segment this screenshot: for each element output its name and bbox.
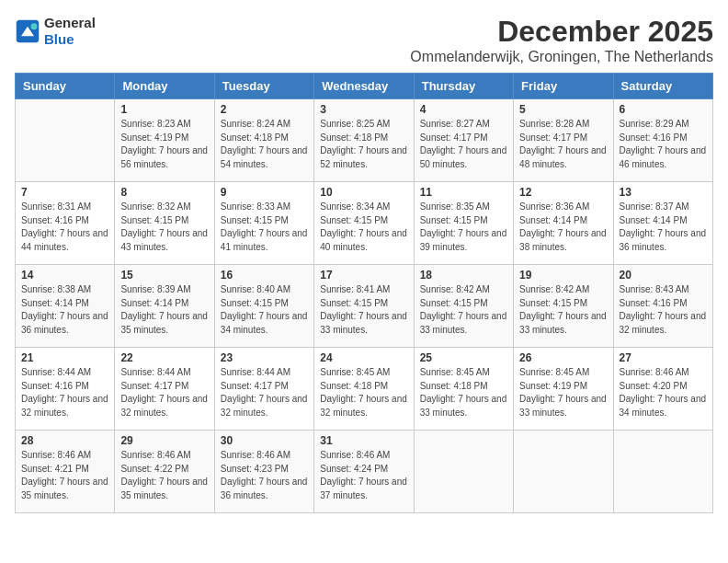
day-number: 14 <box>21 269 108 282</box>
day-info: Sunrise: 8:29 AMSunset: 4:16 PMDaylight:… <box>620 118 707 171</box>
day-info: Sunrise: 8:45 AMSunset: 4:19 PMDaylight:… <box>519 366 607 419</box>
calendar-cell: 18Sunrise: 8:42 AMSunset: 4:15 PMDayligh… <box>414 265 513 348</box>
calendar-cell: 21Sunrise: 8:44 AMSunset: 4:16 PMDayligh… <box>16 348 115 431</box>
day-number: 3 <box>320 103 407 116</box>
day-number: 13 <box>620 186 707 199</box>
day-number: 7 <box>21 186 108 199</box>
day-info: Sunrise: 8:45 AMSunset: 4:18 PMDaylight:… <box>320 366 407 419</box>
calendar-cell: 27Sunrise: 8:46 AMSunset: 4:20 PMDayligh… <box>613 348 712 431</box>
day-info: Sunrise: 8:28 AMSunset: 4:17 PMDaylight:… <box>519 118 607 171</box>
day-number: 28 <box>21 434 108 447</box>
day-number: 18 <box>420 269 507 282</box>
calendar-cell: 9Sunrise: 8:33 AMSunset: 4:15 PMDaylight… <box>214 182 313 265</box>
day-number: 20 <box>620 269 707 282</box>
page-header: General Blue December 2025 Ommelanderwij… <box>15 15 713 65</box>
day-info: Sunrise: 8:35 AMSunset: 4:15 PMDaylight:… <box>420 201 507 254</box>
column-header-tuesday: Tuesday <box>214 74 313 99</box>
calendar-cell: 4Sunrise: 8:27 AMSunset: 4:17 PMDaylight… <box>414 99 513 182</box>
day-info: Sunrise: 8:44 AMSunset: 4:17 PMDaylight:… <box>221 366 308 419</box>
calendar-week-2: 7Sunrise: 8:31 AMSunset: 4:16 PMDaylight… <box>16 182 713 265</box>
calendar-cell: 6Sunrise: 8:29 AMSunset: 4:16 PMDaylight… <box>613 99 712 182</box>
day-info: Sunrise: 8:24 AMSunset: 4:18 PMDaylight:… <box>221 118 308 171</box>
day-number: 8 <box>120 186 208 199</box>
calendar-cell: 12Sunrise: 8:36 AMSunset: 4:14 PMDayligh… <box>514 182 613 265</box>
day-number: 16 <box>221 269 308 282</box>
calendar-cell: 26Sunrise: 8:45 AMSunset: 4:19 PMDayligh… <box>514 348 613 431</box>
day-number: 9 <box>221 186 308 199</box>
title-block: December 2025 Ommelanderwijk, Groningen,… <box>410 15 713 65</box>
day-info: Sunrise: 8:39 AMSunset: 4:14 PMDaylight:… <box>120 283 208 337</box>
day-number: 2 <box>221 103 308 116</box>
month-title: December 2025 <box>410 15 713 49</box>
calendar-cell <box>514 431 613 513</box>
day-number: 23 <box>221 351 308 364</box>
calendar-table: SundayMondayTuesdayWednesdayThursdayFrid… <box>15 73 713 513</box>
day-info: Sunrise: 8:46 AMSunset: 4:24 PMDaylight:… <box>320 449 407 502</box>
day-number: 12 <box>519 186 607 199</box>
calendar-cell: 15Sunrise: 8:39 AMSunset: 4:14 PMDayligh… <box>115 265 214 348</box>
day-number: 1 <box>120 103 208 116</box>
logo: General Blue <box>15 15 96 48</box>
calendar-cell: 24Sunrise: 8:45 AMSunset: 4:18 PMDayligh… <box>314 348 414 431</box>
calendar-cell: 1Sunrise: 8:23 AMSunset: 4:19 PMDaylight… <box>115 99 214 182</box>
day-info: Sunrise: 8:38 AMSunset: 4:14 PMDaylight:… <box>21 283 108 337</box>
day-number: 6 <box>620 103 707 116</box>
logo-icon <box>15 18 40 44</box>
calendar-cell: 7Sunrise: 8:31 AMSunset: 4:16 PMDaylight… <box>16 182 115 265</box>
day-info: Sunrise: 8:25 AMSunset: 4:18 PMDaylight:… <box>320 118 407 171</box>
calendar-cell: 10Sunrise: 8:34 AMSunset: 4:15 PMDayligh… <box>314 182 414 265</box>
day-info: Sunrise: 8:40 AMSunset: 4:15 PMDaylight:… <box>221 283 308 337</box>
day-info: Sunrise: 8:46 AMSunset: 4:22 PMDaylight:… <box>120 449 208 502</box>
day-info: Sunrise: 8:31 AMSunset: 4:16 PMDaylight:… <box>21 201 108 254</box>
calendar-cell: 31Sunrise: 8:46 AMSunset: 4:24 PMDayligh… <box>314 431 414 513</box>
day-number: 19 <box>519 269 607 282</box>
day-number: 17 <box>320 269 407 282</box>
day-number: 15 <box>120 269 208 282</box>
location-title: Ommelanderwijk, Groningen, The Netherlan… <box>410 49 713 65</box>
day-number: 31 <box>320 434 407 447</box>
calendar-cell: 2Sunrise: 8:24 AMSunset: 4:18 PMDaylight… <box>214 99 313 182</box>
calendar-cell: 3Sunrise: 8:25 AMSunset: 4:18 PMDaylight… <box>314 99 414 182</box>
day-info: Sunrise: 8:34 AMSunset: 4:15 PMDaylight:… <box>320 201 407 254</box>
calendar-week-1: 1Sunrise: 8:23 AMSunset: 4:19 PMDaylight… <box>16 99 713 182</box>
column-header-sunday: Sunday <box>16 74 115 99</box>
column-header-saturday: Saturday <box>613 74 712 99</box>
day-number: 22 <box>120 351 208 364</box>
day-info: Sunrise: 8:46 AMSunset: 4:20 PMDaylight:… <box>620 366 707 419</box>
calendar-week-4: 21Sunrise: 8:44 AMSunset: 4:16 PMDayligh… <box>16 348 713 431</box>
calendar-cell: 28Sunrise: 8:46 AMSunset: 4:21 PMDayligh… <box>16 431 115 513</box>
day-number: 4 <box>420 103 507 116</box>
calendar-cell: 23Sunrise: 8:44 AMSunset: 4:17 PMDayligh… <box>214 348 313 431</box>
calendar-cell: 5Sunrise: 8:28 AMSunset: 4:17 PMDaylight… <box>514 99 613 182</box>
calendar-cell: 11Sunrise: 8:35 AMSunset: 4:15 PMDayligh… <box>414 182 513 265</box>
day-number: 29 <box>120 434 208 447</box>
day-info: Sunrise: 8:23 AMSunset: 4:19 PMDaylight:… <box>120 118 208 171</box>
calendar-cell: 25Sunrise: 8:45 AMSunset: 4:18 PMDayligh… <box>414 348 513 431</box>
calendar-cell <box>613 431 712 513</box>
calendar-week-3: 14Sunrise: 8:38 AMSunset: 4:14 PMDayligh… <box>16 265 713 348</box>
calendar-week-5: 28Sunrise: 8:46 AMSunset: 4:21 PMDayligh… <box>16 431 713 513</box>
day-info: Sunrise: 8:46 AMSunset: 4:23 PMDaylight:… <box>221 449 308 502</box>
calendar-cell: 16Sunrise: 8:40 AMSunset: 4:15 PMDayligh… <box>214 265 313 348</box>
day-info: Sunrise: 8:27 AMSunset: 4:17 PMDaylight:… <box>420 118 507 171</box>
day-info: Sunrise: 8:33 AMSunset: 4:15 PMDaylight:… <box>221 201 308 254</box>
column-header-thursday: Thursday <box>414 74 513 99</box>
day-number: 11 <box>420 186 507 199</box>
day-info: Sunrise: 8:36 AMSunset: 4:14 PMDaylight:… <box>519 201 607 254</box>
day-number: 30 <box>221 434 308 447</box>
calendar-header: SundayMondayTuesdayWednesdayThursdayFrid… <box>16 74 713 99</box>
day-number: 10 <box>320 186 407 199</box>
calendar-cell: 22Sunrise: 8:44 AMSunset: 4:17 PMDayligh… <box>115 348 214 431</box>
day-info: Sunrise: 8:43 AMSunset: 4:16 PMDaylight:… <box>620 283 707 337</box>
column-header-wednesday: Wednesday <box>314 74 414 99</box>
column-header-monday: Monday <box>115 74 214 99</box>
calendar-cell: 30Sunrise: 8:46 AMSunset: 4:23 PMDayligh… <box>214 431 313 513</box>
calendar-cell <box>414 431 513 513</box>
day-info: Sunrise: 8:41 AMSunset: 4:15 PMDaylight:… <box>320 283 407 337</box>
calendar-cell <box>16 99 115 182</box>
column-header-friday: Friday <box>514 74 613 99</box>
day-number: 26 <box>519 351 607 364</box>
logo-text: General Blue <box>44 15 96 48</box>
calendar-cell: 14Sunrise: 8:38 AMSunset: 4:14 PMDayligh… <box>16 265 115 348</box>
day-number: 5 <box>519 103 607 116</box>
